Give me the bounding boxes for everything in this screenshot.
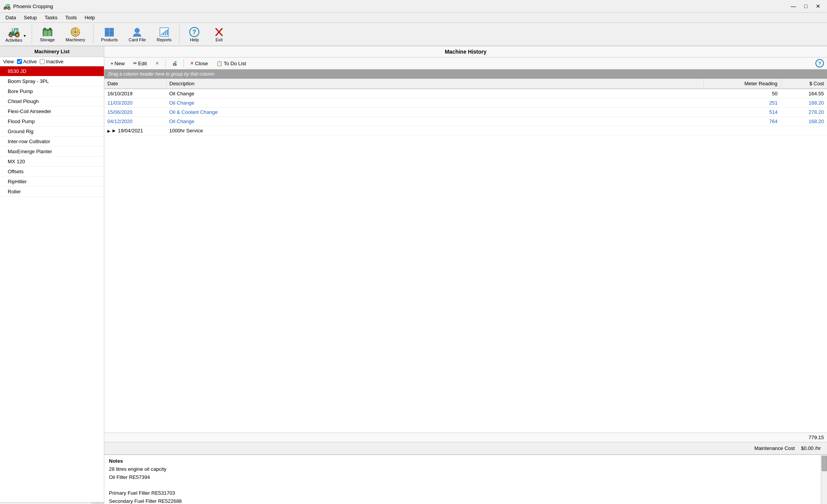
maximize-button[interactable]: □ <box>800 2 812 11</box>
list-item[interactable]: MaxEmerge Planter <box>0 147 104 157</box>
list-item[interactable]: Boom Spray - 3PL <box>0 76 104 86</box>
activities-dropdown-icon: ▼ <box>23 34 26 38</box>
print-button[interactable]: 🖨 <box>169 59 180 68</box>
toolbar-products[interactable]: Products <box>97 25 122 44</box>
svg-point-23 <box>135 28 139 33</box>
cell-cost: 168.20 <box>781 117 827 126</box>
cell-cost: 164.55 <box>781 89 827 98</box>
toolbar-sep-3 <box>179 25 180 44</box>
storage-icon <box>41 27 54 37</box>
menu-tools[interactable]: Tools <box>61 14 81 22</box>
list-item[interactable]: Flood Pump <box>0 117 104 127</box>
edit-button[interactable]: ✏ Edit <box>130 59 150 68</box>
active-label: Active <box>23 59 37 64</box>
list-item[interactable]: Offsets <box>0 167 104 177</box>
cancel-row-button[interactable]: ✕ <box>152 59 162 67</box>
list-item[interactable]: RipHiller <box>0 177 104 187</box>
left-panel: Machinery List View Active Inactive 8530… <box>0 46 104 504</box>
menu-data[interactable]: Data <box>2 14 20 22</box>
list-item[interactable]: Inter-row Cultivator <box>0 137 104 147</box>
cardfile-label: Card File <box>129 37 146 42</box>
group-drag-text: Drag a column header here to group by th… <box>108 71 214 77</box>
footer-total: 779.15 <box>104 433 827 442</box>
list-item[interactable]: Roller <box>0 187 104 197</box>
minimize-button[interactable]: — <box>788 2 799 11</box>
products-icon <box>103 27 115 37</box>
list-scroll-up[interactable]: ▲ <box>92 502 98 504</box>
inactive-filter[interactable]: Inactive <box>40 59 63 64</box>
reports-icon <box>158 27 170 37</box>
edit-label: Edit <box>138 61 147 66</box>
cell-date: ► 19/04/2021 <box>104 126 166 135</box>
table-area[interactable]: Date Description Meter Reading $ Cost 16… <box>104 79 827 433</box>
table-row[interactable]: ► 19/04/20211000hr Service <box>104 126 827 135</box>
table-row[interactable]: 11/03/2020Oil Change251168.20 <box>104 98 827 108</box>
maintenance-value: $0.00 /hr <box>801 445 821 451</box>
help-label: Help <box>190 37 199 42</box>
main-area: Machinery List View Active Inactive 8530… <box>0 46 827 504</box>
close-label: Close <box>195 61 208 66</box>
cell-description: Oil & Coolant Change <box>166 108 703 117</box>
notes-scrollbar[interactable] <box>821 455 827 504</box>
activities-icon: 🚜 <box>8 26 20 38</box>
exit-label: Exit <box>216 37 222 42</box>
new-label: New <box>115 61 125 66</box>
edit-icon: ✏ <box>133 61 137 66</box>
toolbar-storage[interactable]: Storage <box>35 25 59 44</box>
inline-help-button[interactable]: ? <box>815 59 824 68</box>
active-filter[interactable]: Active <box>17 59 37 64</box>
list-item[interactable]: MX 120 <box>0 157 104 167</box>
table-row[interactable]: 15/06/2020Oil & Coolant Change514278.20 <box>104 108 827 117</box>
right-panel: Machine History + New ✏ Edit ✕ 🖨 ✕ Close <box>104 46 827 504</box>
list-filters: View Active Inactive <box>0 57 104 66</box>
toolbar: 🚜 Activities ▼ Storage <box>0 23 827 46</box>
list-header: Machinery List <box>0 46 104 57</box>
toolbar-cardfile[interactable]: Card File <box>124 25 151 44</box>
cell-date: 04/12/2020 <box>104 117 166 126</box>
list-item[interactable]: 8530 JD <box>0 66 104 76</box>
cell-date: 15/06/2020 <box>104 108 166 117</box>
menu-setup[interactable]: Setup <box>20 14 41 22</box>
list-item[interactable]: Bore Pump <box>0 86 104 96</box>
list-item[interactable]: Flexi-Coil Airseeder <box>0 107 104 117</box>
close-button[interactable]: ✕ Close <box>187 59 211 68</box>
new-button[interactable]: + New <box>107 59 128 68</box>
inactive-checkbox[interactable] <box>40 59 45 64</box>
close-button[interactable]: ✕ <box>812 2 824 11</box>
list-item[interactable]: Chisel Plough <box>0 96 104 107</box>
col-description: Description <box>166 79 703 89</box>
table-row[interactable]: 04/12/2020Oil Change764168.20 <box>104 117 827 126</box>
list-scroll-area: 8530 JDBoom Spray - 3PLBore PumpChisel P… <box>0 66 104 502</box>
inactive-label: Inactive <box>46 59 63 64</box>
new-icon: + <box>110 61 114 66</box>
toolbar-machinery[interactable]: Machinery <box>61 25 90 44</box>
list-scroll-down[interactable]: ▼ <box>98 502 104 504</box>
menu-tasks[interactable]: Tasks <box>41 14 61 22</box>
table-row[interactable]: 16/10/2019Oil Change50164.55 <box>104 89 827 98</box>
active-checkbox[interactable] <box>17 59 22 64</box>
toolbar-help[interactable]: ? Help <box>183 25 206 44</box>
machinery-list: 8530 JDBoom Spray - 3PLBore PumpChisel P… <box>0 66 104 197</box>
svg-point-14 <box>78 29 79 30</box>
machinery-icon <box>69 27 82 37</box>
cell-meter <box>703 126 781 135</box>
help-icon: ? <box>188 27 200 37</box>
maintenance-label: Maintenance Cost <box>754 445 795 451</box>
menu-help[interactable]: Help <box>81 14 99 22</box>
cell-cost: 278.20 <box>781 108 827 117</box>
todo-button[interactable]: 📋 To Do List <box>213 59 249 68</box>
svg-text:?: ? <box>192 29 196 36</box>
toolbar-exit[interactable]: Exit <box>207 25 231 44</box>
toolbar-activities[interactable]: 🚜 Activities ▼ <box>3 24 29 44</box>
list-item[interactable]: Ground Rig <box>0 127 104 137</box>
note-line: 28 litres engine oil capcity <box>109 465 822 474</box>
toolbar-sep-2 <box>93 25 93 44</box>
toolbar-reports[interactable]: Reports <box>152 25 177 44</box>
action-sep-1 <box>165 59 166 68</box>
svg-point-13 <box>77 27 78 29</box>
exit-icon <box>213 27 225 37</box>
left-panel-bottom: ▲ ▼ <box>0 502 104 504</box>
machinery-label: Machinery <box>66 37 85 42</box>
notes-area: Notes 28 litres engine oil capcityOil Fi… <box>104 455 827 504</box>
cell-date: 11/03/2020 <box>104 98 166 108</box>
